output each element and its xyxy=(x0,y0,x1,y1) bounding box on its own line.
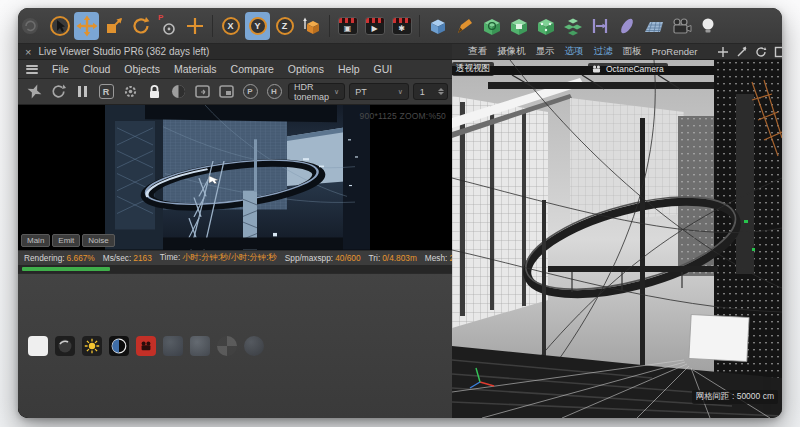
octane-camera-tag-icon[interactable] xyxy=(136,336,156,356)
camera-object-icon[interactable] xyxy=(668,12,693,40)
vp-menu-display[interactable]: 显示 xyxy=(536,45,555,58)
render-start-icon[interactable] xyxy=(24,82,44,102)
diffuse-material-icon[interactable] xyxy=(28,336,48,356)
view-name-label[interactable]: 透视视图 xyxy=(452,62,494,76)
scatter-object-icon[interactable] xyxy=(244,336,264,356)
render-image[interactable] xyxy=(105,105,370,250)
x-axis-lock-icon[interactable]: X xyxy=(218,12,243,40)
hdri-environment-icon[interactable] xyxy=(190,336,210,356)
picture-in-picture-icon[interactable] xyxy=(192,82,212,102)
pick-object-label: H xyxy=(267,84,282,99)
render-pass-tabs: Main Emit Noise xyxy=(21,234,115,247)
desktop: P X Y Z ▣ ▶ xyxy=(0,0,800,427)
pen-tool-icon[interactable] xyxy=(452,12,477,40)
camera-hud-label[interactable]: OctaneCamera xyxy=(588,63,668,75)
rotate-tool-icon[interactable] xyxy=(128,12,153,40)
render-region-icon[interactable] xyxy=(216,82,236,102)
add-cube-icon[interactable] xyxy=(425,12,450,40)
reset-label: R xyxy=(99,84,114,99)
tab-noise[interactable]: Noise xyxy=(82,234,114,247)
menu-materials[interactable]: Materials xyxy=(174,63,217,75)
glossy-material-icon[interactable] xyxy=(55,336,75,356)
settings-gear-icon[interactable] xyxy=(120,82,140,102)
kernel-dropdown[interactable]: PT ∨ xyxy=(349,83,409,100)
axis-modeling-tool-icon[interactable] xyxy=(182,12,207,40)
close-icon[interactable]: × xyxy=(25,47,31,57)
status-tri: Tri:0/4.803m xyxy=(369,253,417,263)
viewport-dolly-icon[interactable] xyxy=(736,46,748,58)
z-axis-lock-icon[interactable]: Z xyxy=(272,12,297,40)
stepper-arrows-icon[interactable] xyxy=(438,88,444,95)
mix-material-icon[interactable] xyxy=(109,336,129,356)
extrude-generator-icon[interactable] xyxy=(506,12,531,40)
floor-object-icon[interactable] xyxy=(641,12,666,40)
viewport-rotate-icon[interactable] xyxy=(755,46,767,58)
coordinate-system-icon[interactable] xyxy=(299,12,324,40)
reset-button[interactable]: R xyxy=(96,82,116,102)
status-time: Time:小时:分钟:秒/小时:分钟:秒 xyxy=(160,252,277,263)
y-axis-lock-icon[interactable]: Y xyxy=(245,12,270,40)
render-picture-viewer-icon[interactable]: ▶ xyxy=(362,12,387,40)
viewport-pan-icon[interactable] xyxy=(717,46,729,58)
samples-stepper[interactable]: 1 xyxy=(413,83,448,100)
clay-mode-icon[interactable] xyxy=(168,82,188,102)
vp-menu-filter[interactable]: 过滤 xyxy=(594,45,613,58)
spline-leaf-icon[interactable] xyxy=(614,12,639,40)
vp-menu-view[interactable]: 查看 xyxy=(468,45,487,58)
spline-arrange-icon[interactable] xyxy=(587,12,612,40)
render-progress-fill xyxy=(22,267,110,271)
status-mesh: Mesh:268 xyxy=(425,253,452,263)
vp-menu-cameras[interactable]: 摄像机 xyxy=(497,45,526,58)
snap-label: P xyxy=(158,13,163,22)
vp-menu-prorender[interactable]: ProRender xyxy=(652,46,698,57)
texture-environment-icon[interactable] xyxy=(163,336,183,356)
render-resolution-info: 900*1125 ZOOM:%50 xyxy=(360,111,446,121)
history-icon[interactable] xyxy=(20,12,45,40)
checker-sphere-icon[interactable] xyxy=(217,336,237,356)
render-settings-icon[interactable]: ✱ xyxy=(389,12,414,40)
vp-menu-options[interactable]: 选项 xyxy=(565,45,584,58)
viewport-scene[interactable] xyxy=(452,60,782,418)
restart-render-icon[interactable] xyxy=(48,82,68,102)
move-tool-icon[interactable] xyxy=(74,12,99,40)
menu-options[interactable]: Options xyxy=(288,63,324,75)
z-axis-label: Z xyxy=(282,21,288,31)
camera-hud-text: OctaneCamera xyxy=(606,64,664,74)
menu-help[interactable]: Help xyxy=(338,63,360,75)
menu-file[interactable]: File xyxy=(52,63,69,75)
viewport-nav-icons xyxy=(717,46,782,58)
menu-compare[interactable]: Compare xyxy=(231,63,274,75)
viewport-menubar: 查看 摄像机 显示 选项 过滤 面板 ProRender xyxy=(452,44,782,60)
scale-tool-icon[interactable] xyxy=(101,12,126,40)
menu-burger-icon[interactable] xyxy=(26,65,38,74)
kernel-value: PT xyxy=(355,87,367,97)
lock-resolution-icon[interactable] xyxy=(144,82,164,102)
menu-gui[interactable]: GUI xyxy=(374,63,393,75)
status-spp: Spp/maxspp:40/600 xyxy=(285,253,361,263)
tab-emit[interactable]: Emit xyxy=(52,234,80,247)
tonemap-dropdown[interactable]: HDR tonemap ∨ xyxy=(288,83,345,100)
x-axis-label: X xyxy=(227,21,233,31)
tab-main[interactable]: Main xyxy=(21,234,50,247)
array-generator-icon[interactable] xyxy=(533,12,558,40)
render-view-icon[interactable]: ▣ xyxy=(335,12,360,40)
subdivision-surface-icon[interactable] xyxy=(479,12,504,40)
render-view[interactable]: 900*1125 ZOOM:%50 Main Emit Noise xyxy=(18,105,452,250)
live-selection-tool-icon[interactable] xyxy=(47,12,72,40)
pick-material-icon[interactable]: P xyxy=(240,82,260,102)
y-axis-label: Y xyxy=(254,21,260,31)
pause-render-icon[interactable] xyxy=(72,82,92,102)
toolbar-separator xyxy=(419,15,420,37)
viewport-maximize-icon[interactable] xyxy=(774,46,782,58)
emission-material-icon[interactable] xyxy=(82,336,102,356)
snap-tool-icon[interactable]: P xyxy=(155,12,180,40)
cloner-generator-icon[interactable] xyxy=(560,12,585,40)
cinema4d-window: P X Y Z ▣ ▶ xyxy=(18,8,782,418)
light-object-icon[interactable] xyxy=(695,12,720,40)
octane-live-viewer-panel: × Live Viewer Studio PR6 (362 days left)… xyxy=(18,44,452,418)
pick-object-icon[interactable]: H xyxy=(264,82,284,102)
vp-menu-panel[interactable]: 面板 xyxy=(623,45,642,58)
menu-objects[interactable]: Objects xyxy=(124,63,160,75)
live-viewer-menubar: File Cloud Objects Materials Compare Opt… xyxy=(18,60,452,79)
menu-cloud[interactable]: Cloud xyxy=(83,63,110,75)
